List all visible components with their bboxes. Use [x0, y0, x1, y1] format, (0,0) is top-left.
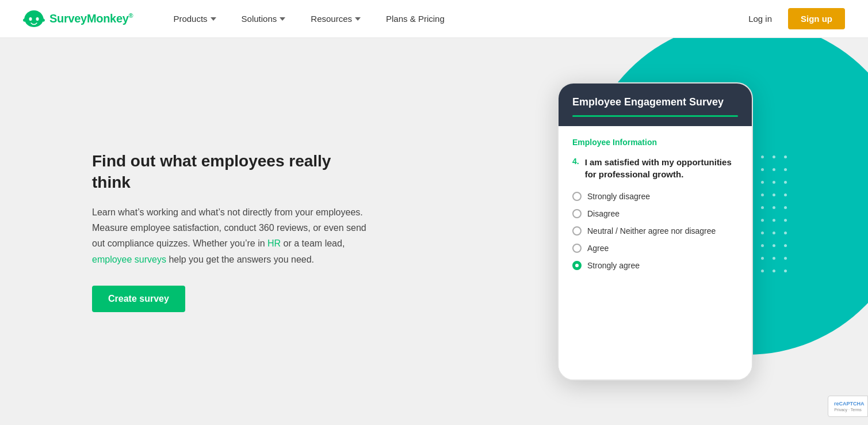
survey-header-bar: [572, 115, 738, 117]
hero-body-text3: help you get the answers you need.: [166, 255, 314, 264]
dot: [773, 181, 775, 184]
dot: [773, 257, 775, 260]
question-text-content: I am satisfied with my opportunities for…: [585, 156, 738, 180]
radio-option-label: Agree: [587, 244, 609, 253]
login-button[interactable]: Log in: [741, 9, 779, 28]
svg-point-0: [29, 17, 32, 21]
phone-mockup: Employee Engagement Survey Employee Info…: [557, 82, 753, 381]
hero-section: Find out what employees really think Lea…: [0, 38, 868, 425]
dot: [761, 257, 764, 260]
radio-option: Neutral / Neither agree nor disagree: [572, 226, 738, 236]
navbar: SurveyMonkey® Products Solutions Resourc…: [0, 0, 868, 38]
dot: [761, 232, 764, 234]
dot: [784, 181, 787, 184]
hero-right-decoration: // Generate dots inline via JS after DOM…: [465, 38, 868, 425]
hero-title: Find out what employees really think: [92, 151, 368, 193]
survey-section-title: Employee Information: [572, 138, 738, 147]
recaptcha-links: Privacy · Terms: [834, 408, 862, 412]
dot: [761, 193, 764, 196]
radio-option: Agree: [572, 244, 738, 253]
dot: [773, 244, 775, 247]
hero-content: Find out what employees really think Lea…: [92, 151, 368, 312]
radio-option: Disagree: [572, 209, 738, 218]
surveymonkey-logo-icon: [23, 10, 45, 28]
create-survey-button[interactable]: Create survey: [92, 286, 185, 312]
radio-unselected-icon[interactable]: [572, 226, 582, 236]
resources-chevron-icon: [355, 17, 361, 21]
dot: [784, 270, 787, 272]
solutions-chevron-icon: [280, 17, 285, 21]
dot: [773, 232, 775, 234]
employee-surveys-link[interactable]: employee surveys: [92, 255, 166, 264]
radio-unselected-icon[interactable]: [572, 244, 582, 253]
nav-products[interactable]: Products: [160, 0, 228, 38]
hero-body-text2: or a team lead,: [281, 238, 345, 248]
products-chevron-icon: [211, 17, 216, 21]
dot: [761, 270, 764, 272]
question-number: 4.: [572, 156, 579, 180]
dot: [761, 206, 764, 209]
dot: [784, 219, 787, 222]
radio-unselected-icon[interactable]: [572, 192, 582, 201]
radio-options-list: Strongly disagreeDisagreeNeutral / Neith…: [572, 192, 738, 270]
dot: [773, 219, 775, 222]
dot: [773, 193, 775, 196]
dot: [784, 206, 787, 209]
dot: [761, 181, 764, 184]
radio-option-label: Strongly agree: [587, 261, 640, 270]
nav-links: Products Solutions Resources Plans & Pri…: [160, 0, 741, 38]
radio-option-label: Strongly disagree: [587, 192, 650, 201]
survey-title: Employee Engagement Survey: [572, 96, 738, 108]
radio-option-label: Disagree: [587, 209, 620, 218]
dot: [773, 155, 775, 158]
radio-selected-icon[interactable]: [572, 261, 582, 270]
hero-body: Learn what’s working and what’s not dire…: [92, 204, 368, 267]
dot: [773, 168, 775, 171]
dot: [761, 155, 764, 158]
signup-button[interactable]: Sign up: [788, 8, 845, 29]
logo-link[interactable]: SurveyMonkey®: [23, 10, 133, 28]
nav-solutions[interactable]: Solutions: [229, 0, 299, 38]
dot: [761, 244, 764, 247]
phone-body: Employee Information 4. I am satisfied w…: [559, 126, 752, 380]
dot: [761, 168, 764, 171]
logo-text: SurveyMonkey®: [49, 12, 133, 25]
nav-actions: Log in Sign up: [741, 8, 845, 29]
radio-option: Strongly agree: [572, 261, 738, 270]
svg-point-1: [36, 17, 39, 21]
recaptcha-logo: reCAPTCHA: [834, 401, 862, 407]
dot: [784, 244, 787, 247]
dot: [784, 168, 787, 171]
dot: [773, 206, 775, 209]
radio-option: Strongly disagree: [572, 192, 738, 201]
nav-resources[interactable]: Resources: [298, 0, 373, 38]
recaptcha-badge: reCAPTCHA Privacy · Terms: [828, 396, 868, 417]
dot: [784, 155, 787, 158]
phone-header: Employee Engagement Survey: [559, 84, 752, 126]
dot: [761, 219, 764, 222]
radio-option-label: Neutral / Neither agree nor disagree: [587, 226, 716, 236]
hr-link[interactable]: HR: [267, 238, 281, 248]
dot: [784, 193, 787, 196]
radio-unselected-icon[interactable]: [572, 209, 582, 218]
dot: [784, 232, 787, 234]
dot: [784, 257, 787, 260]
survey-question: 4. I am satisfied with my opportunities …: [572, 156, 738, 180]
nav-plans-pricing[interactable]: Plans & Pricing: [373, 0, 457, 38]
dot: [773, 270, 775, 272]
